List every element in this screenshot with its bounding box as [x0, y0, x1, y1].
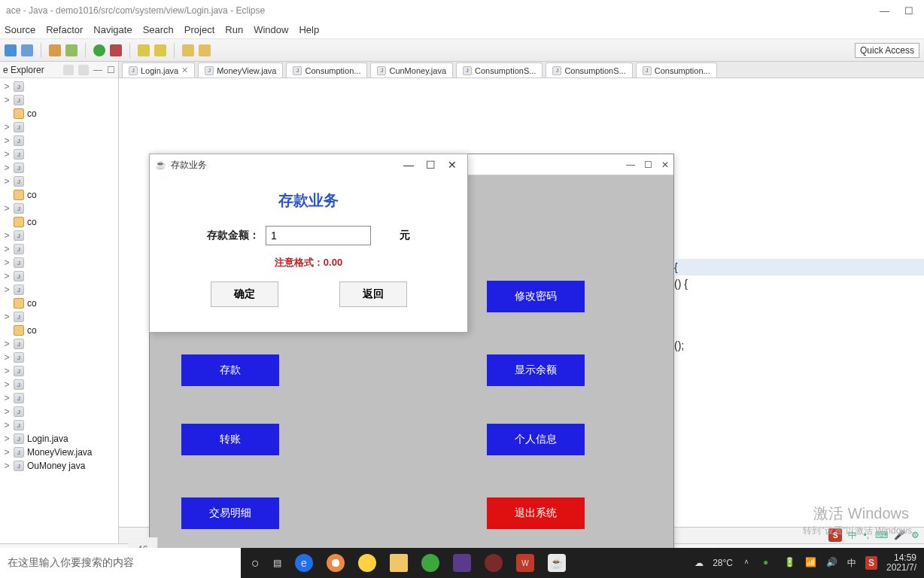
tree-row[interactable]: >J: [0, 364, 118, 378]
clock[interactable]: 14:59 2021/7/: [886, 553, 916, 573]
editor-tab[interactable]: JConsumptionS...: [456, 62, 543, 78]
tree-row[interactable]: >J: [0, 391, 118, 405]
sogou-tray-icon[interactable]: S: [865, 556, 877, 570]
run-last-icon[interactable]: [110, 44, 122, 56]
swing-close-icon[interactable]: ✕: [661, 160, 669, 170]
tree-row[interactable]: >J: [0, 148, 118, 161]
chrome-icon[interactable]: [327, 554, 345, 572]
tree-row[interactable]: >J: [0, 134, 118, 148]
tree[interactable]: >J>Jco>J>J>J>J>Jco>Jco>J>J>J>J>Jco>Jco>J…: [0, 78, 118, 543]
editor-tab[interactable]: JMoneyView.java: [198, 62, 283, 78]
wifi-icon[interactable]: 📶: [805, 557, 817, 569]
dialog-close-icon[interactable]: ✕: [448, 159, 457, 171]
transfer-button[interactable]: 转账: [181, 424, 279, 455]
tree-row[interactable]: >JMoneyView.java: [0, 446, 118, 459]
edge-icon[interactable]: e: [295, 554, 313, 572]
editor-tab[interactable]: JConsumption...: [636, 62, 717, 78]
wechat-icon[interactable]: [421, 554, 439, 572]
cortana-icon[interactable]: ○: [251, 555, 260, 571]
tree-row[interactable]: >J: [0, 80, 118, 93]
change-password-button[interactable]: 修改密码: [487, 281, 585, 312]
tree-row[interactable]: co: [0, 297, 118, 310]
menu-refactor[interactable]: Refactor: [46, 24, 83, 35]
weather-temp[interactable]: 28°C: [713, 558, 733, 568]
tree-row[interactable]: >J: [0, 405, 118, 418]
tree-row[interactable]: >J: [0, 229, 118, 242]
new-icon[interactable]: [49, 44, 61, 56]
tree-row[interactable]: >J: [0, 120, 118, 134]
deposit-button[interactable]: 存款: [181, 354, 279, 386]
battery-icon[interactable]: 🔋: [784, 557, 796, 569]
swing-maximize-icon[interactable]: ☐: [644, 160, 652, 170]
menu-source[interactable]: Source: [5, 24, 35, 35]
menu-navigate[interactable]: Navigate: [93, 24, 132, 35]
transactions-button[interactable]: 交易明细: [181, 497, 279, 529]
menu-window[interactable]: Window: [254, 24, 288, 35]
tree-row[interactable]: co: [0, 188, 118, 202]
new-package-icon[interactable]: [154, 44, 166, 56]
amount-input[interactable]: [266, 226, 371, 245]
tray-chevron-icon[interactable]: ＾: [742, 557, 754, 569]
balance-button[interactable]: 显示余额: [487, 354, 585, 386]
qq-icon[interactable]: [358, 554, 376, 572]
menu-project[interactable]: Project: [184, 24, 214, 35]
app2-icon[interactable]: [485, 554, 503, 572]
tree-row[interactable]: >JLogin.java: [0, 432, 118, 446]
view-menu-icon[interactable]: [78, 65, 89, 75]
tree-row[interactable]: co: [0, 324, 118, 337]
back-button[interactable]: 返回: [339, 281, 407, 307]
editor-tab[interactable]: JConsumptionS...: [546, 62, 632, 78]
maximize-icon[interactable]: ☐: [904, 5, 913, 17]
explorer-icon[interactable]: [390, 554, 408, 572]
tree-row[interactable]: >J: [0, 202, 118, 215]
editor-tab[interactable]: JConsumption...: [286, 62, 367, 78]
tree-row[interactable]: >J: [0, 175, 118, 188]
task-view-icon[interactable]: ▤: [273, 558, 281, 568]
quick-access[interactable]: Quick Access: [855, 43, 919, 58]
tree-row[interactable]: >J: [0, 337, 118, 351]
back-icon[interactable]: [182, 44, 194, 56]
debug-icon[interactable]: [65, 44, 78, 56]
editor-tab[interactable]: JCunMoney.java: [370, 62, 453, 78]
tree-row[interactable]: >J: [0, 351, 118, 364]
run-icon[interactable]: [93, 44, 105, 56]
ime-indicator[interactable]: 中: [847, 557, 856, 570]
menu-run[interactable]: Run: [225, 24, 243, 35]
save-icon[interactable]: [5, 44, 17, 56]
tree-row[interactable]: >J: [0, 242, 118, 256]
taskbar-searchbox[interactable]: 在这里输入你要搜索的内容: [0, 548, 241, 578]
dialog-maximize-icon[interactable]: ☐: [426, 159, 436, 171]
tree-row[interactable]: >J: [0, 283, 118, 297]
app-icon[interactable]: [453, 554, 471, 572]
wps-icon[interactable]: W: [516, 554, 534, 572]
tree-row[interactable]: co: [0, 215, 118, 229]
tree-row[interactable]: >JOuMoney java: [0, 459, 118, 473]
close-tab-icon[interactable]: ✕: [181, 65, 188, 75]
java-app-icon[interactable]: ☕: [548, 554, 566, 572]
exit-system-button[interactable]: 退出系统: [487, 497, 585, 529]
forward-icon[interactable]: [199, 44, 211, 56]
swing-minimize-icon[interactable]: —: [626, 160, 635, 170]
minimize-view-icon[interactable]: —: [93, 65, 102, 75]
tree-row[interactable]: >J: [0, 161, 118, 175]
wechat-tray-icon[interactable]: ●: [763, 557, 775, 569]
tree-row[interactable]: >J: [0, 269, 118, 283]
volume-icon[interactable]: 🔊: [826, 557, 838, 569]
menu-search[interactable]: Search: [143, 24, 174, 35]
tree-row[interactable]: co: [0, 107, 118, 120]
tree-row[interactable]: >J: [0, 93, 118, 107]
link-editor-icon[interactable]: [63, 65, 74, 75]
save-all-icon[interactable]: [21, 44, 33, 56]
menu-help[interactable]: Help: [299, 24, 319, 35]
personal-info-button[interactable]: 个人信息: [487, 424, 585, 455]
tree-row[interactable]: >J: [0, 418, 118, 432]
minimize-icon[interactable]: —: [880, 5, 889, 17]
dialog-minimize-icon[interactable]: —: [403, 159, 414, 171]
weather-icon[interactable]: ☁: [695, 558, 704, 568]
editor-tab[interactable]: JLogin.java✕: [122, 62, 195, 78]
maximize-view-icon[interactable]: ☐: [107, 65, 115, 75]
tree-row[interactable]: >J: [0, 310, 118, 324]
tree-row[interactable]: >J: [0, 378, 118, 391]
tree-row[interactable]: >J: [0, 256, 118, 269]
ok-button[interactable]: 确定: [211, 281, 278, 307]
